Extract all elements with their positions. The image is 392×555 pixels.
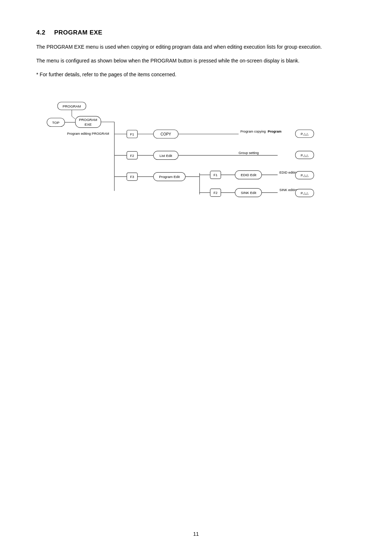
- section-title: 4.2PROGRAM EXE: [36, 29, 356, 36]
- page-group-label: P.△△: [301, 154, 309, 157]
- sink-editing-label: SINK editing: [279, 189, 298, 192]
- paragraph-1: The PROGRAM EXE menu is used when copyin…: [36, 43, 356, 52]
- page-number: 11: [193, 531, 199, 537]
- group-setting-label: Group setting: [238, 151, 259, 155]
- editing-label: Program editing PROGRAM: [67, 132, 109, 135]
- page-edid-label: P.△△: [301, 174, 309, 178]
- f1-label: F1: [130, 133, 134, 136]
- program-exe-label1: PROGRAM: [79, 118, 97, 122]
- f1-sub-label: F1: [213, 174, 217, 177]
- paragraph-2: The menu is configured as shown below wh…: [36, 57, 356, 65]
- f2-label: F2: [130, 154, 134, 158]
- page-sink-label: P.△△: [301, 192, 309, 195]
- program-exe-label2: EXE: [85, 122, 92, 126]
- copy-desc-label: Program copying: [240, 130, 266, 133]
- diagram-svg: PROGRAM TOP PROGRAM EXE Program editing …: [36, 90, 356, 242]
- edid-edit-label: EDID Edit: [241, 173, 256, 177]
- copy-desc-program: Program: [268, 130, 282, 133]
- section-heading: PROGRAM EXE: [54, 29, 102, 36]
- program-edit-label: Program Edit: [159, 175, 180, 179]
- svg-line-5: [72, 117, 75, 119]
- list-edit-label: List Edit: [160, 154, 172, 158]
- page-copy-label: P.△△: [301, 132, 309, 136]
- f2-sub-label: F2: [213, 191, 217, 195]
- sink-edit-label: SINK Edit: [241, 191, 257, 195]
- page: 4.2PROGRAM EXE The PROGRAM EXE menu is u…: [0, 0, 392, 271]
- copy-label: COPY: [160, 132, 171, 136]
- note-text: * For further details, refer to the page…: [36, 70, 356, 79]
- program-btn-label: PROGRAM: [63, 104, 81, 108]
- section-number: 4.2: [36, 29, 45, 36]
- f3-label: F3: [130, 175, 134, 179]
- top-label: TOP: [52, 121, 60, 125]
- diagram-container: PROGRAM TOP PROGRAM EXE Program editing …: [36, 90, 356, 242]
